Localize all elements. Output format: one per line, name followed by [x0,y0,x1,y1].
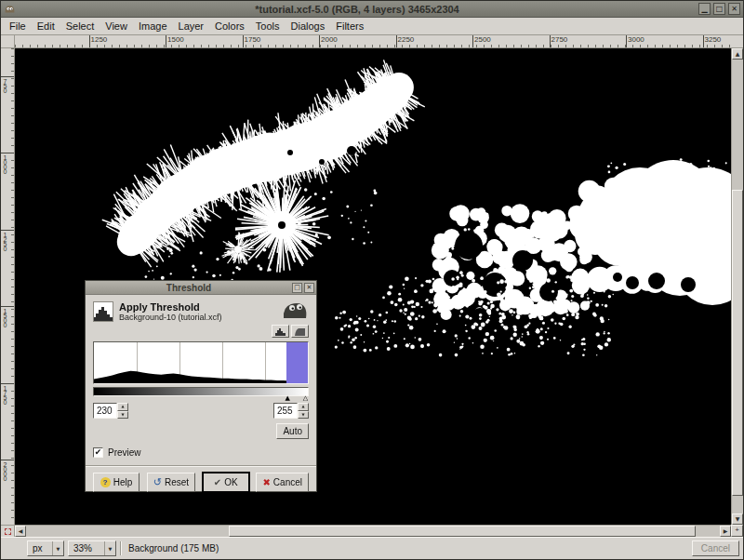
dialog-button-row: ? Help ↺ Reset ✔ OK ✖ Cancel [93,473,309,492]
progress-cancel-button[interactable]: Cancel [692,540,739,556]
preview-checkbox[interactable]: ✔ [93,447,103,458]
threshold-spin-row: 230 ▲ ▼ 255 ▲ ▼ [93,403,309,419]
menu-item-dialogs[interactable]: Dialogs [286,19,331,33]
threshold-gradient-strip [93,387,309,396]
minimize-button[interactable]: ▁ [698,3,711,15]
vertical-scroll-track[interactable] [732,60,743,513]
preview-label: Preview [108,447,141,458]
low-threshold-spinner: 230 ▲ ▼ [93,403,128,419]
low-threshold-input[interactable]: 230 [93,403,117,419]
dialog-title: Threshold [87,283,290,293]
high-threshold-spinner: 255 ▲ ▼ [273,403,309,419]
wilber-logo-icon [281,300,309,324]
low-spin-up-button[interactable]: ▲ [117,403,128,411]
unit-value: px [33,543,43,553]
zoom-select[interactable]: 33% ▼ [68,540,116,556]
histogram-linear-button[interactable] [272,325,289,338]
menu-item-edit[interactable]: Edit [32,19,60,33]
ok-check-icon: ✔ [214,478,221,487]
hruler-tick: 3250 [703,35,704,47]
high-spin-up-button[interactable]: ▲ [298,403,309,411]
high-threshold-marker[interactable]: △ [303,395,308,402]
low-threshold-marker[interactable]: ▲ [286,395,290,402]
hruler-tick: 1500 [166,35,166,47]
status-bar: px ▼ 33% ▼ Background (175 MB) Cancel [1,537,743,559]
hruler-tick: 1750 [243,35,244,47]
hruler-tick: 2750 [550,35,551,47]
menu-item-image[interactable]: Image [133,19,173,33]
scroll-right-icon[interactable]: ▶ [720,526,731,537]
help-button[interactable]: ? Help [93,473,140,492]
auto-button[interactable]: Auto [276,423,309,439]
help-button-label: Help [113,477,133,487]
navigation-button[interactable]: + [731,525,743,537]
chevron-down-icon[interactable]: ▼ [104,541,115,555]
vertical-ruler[interactable]: 75010001250150017502000 [1,48,15,525]
window-titlebar[interactable]: *tutorial.xcf-5.0 (RGB, 4 layers) 3465x2… [1,1,743,18]
menu-item-view[interactable]: View [100,19,133,33]
reset-button[interactable]: ↺ Reset [147,473,195,492]
menu-item-tools[interactable]: Tools [250,19,286,33]
scroll-up-icon[interactable]: ▲ [732,48,743,60]
menu-item-select[interactable]: Select [60,19,100,33]
hruler-tick: 2500 [472,35,473,47]
low-spin-down-button[interactable]: ▼ [117,411,128,420]
cancel-button[interactable]: ✖ Cancel [256,473,309,492]
reset-icon: ↺ [153,477,162,487]
histogram-selected-range[interactable] [286,342,308,383]
menu-item-layer[interactable]: Layer [173,19,210,33]
horizontal-ruler[interactable]: 125015001750200022502500275030003250 [15,35,731,48]
dialog-heading: Apply Threshold [119,301,222,313]
dialog-separator [86,465,316,467]
scroll-down-icon[interactable]: ▼ [732,513,743,525]
zoom-value: 33% [73,543,92,553]
dialog-header: Apply Threshold Background-10 (tutorial.… [93,300,309,323]
hruler-tick: 3000 [626,35,627,47]
horizontal-scroll-track[interactable] [26,526,720,537]
dialog-close-button[interactable]: ✕ [304,283,314,293]
threshold-dialog: Threshold □ ✕ Apply Threshold Background… [85,280,317,492]
vertical-scrollbar[interactable]: ▲ ▼ [731,48,743,525]
vruler-tick: 1750 [1,383,14,384]
help-icon: ? [100,477,111,487]
vruler-tick: 1250 [1,230,14,231]
menu-item-colors[interactable]: Colors [209,19,250,33]
gimp-image-window: *tutorial.xcf-5.0 (RGB, 4 layers) 3465x2… [0,0,744,560]
hruler-tick: 1250 [89,35,90,47]
gimp-wilber-icon [4,3,16,15]
dialog-titlebar[interactable]: Threshold □ ✕ [86,281,316,295]
cancel-x-icon: ✖ [262,478,270,487]
status-message: Background (175 MB) [128,543,688,553]
threshold-histogram[interactable] [93,341,309,384]
dialog-maximize-button[interactable]: □ [292,283,302,293]
horizontal-scroll-thumb[interactable] [229,526,696,537]
cancel-button-label: Cancel [273,477,302,487]
threshold-tool-icon [93,301,113,322]
vruler-tick: 750 [1,76,14,77]
scroll-left-icon[interactable]: ◀ [15,526,26,537]
horizontal-scrollbar[interactable]: ◀ ▶ [15,525,731,537]
statusbar-divider [120,541,121,555]
menu-item-file[interactable]: File [4,19,32,33]
vertical-scroll-thumb[interactable] [732,190,743,496]
chevron-down-icon[interactable]: ▼ [52,541,63,555]
ok-button[interactable]: ✔ OK [203,473,249,492]
hruler-tick: 2000 [319,35,320,47]
vruler-tick: 1000 [1,153,14,153]
high-spin-down-button[interactable]: ▼ [298,411,309,420]
unit-select[interactable]: px ▼ [27,540,64,556]
quickmask-toggle[interactable] [1,525,15,537]
maximize-button[interactable]: □ [713,3,725,15]
hruler-tick: 2250 [396,35,397,47]
close-button[interactable]: ✕ [728,3,740,15]
vruler-tick: 1500 [1,306,14,307]
high-threshold-input[interactable]: 255 [273,403,298,419]
reset-button-label: Reset [165,477,189,487]
histogram-scale-toggles [93,325,309,338]
ok-button-label: OK [224,477,237,487]
menu-item-filters[interactable]: Filters [330,19,369,33]
dialog-layer-label: Background-10 (tutorial.xcf) [119,313,222,322]
histogram-log-button[interactable] [291,325,309,338]
ruler-corner-right [731,35,743,48]
window-title: *tutorial.xcf-5.0 (RGB, 4 layers) 3465x2… [19,4,696,15]
